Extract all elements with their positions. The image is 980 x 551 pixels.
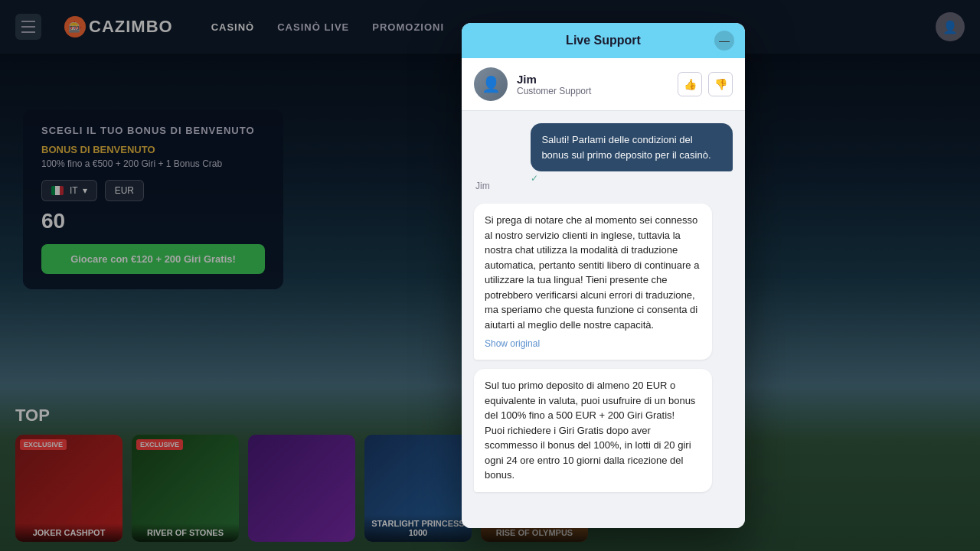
agent-info: Jim Customer Support [517, 73, 668, 96]
agent-bubble-1: Si prega di notare che al momento sei co… [474, 204, 712, 360]
chat-header-title: Live Support [566, 34, 641, 47]
user-message-1: Saluti! Parlami delle condizioni del bon… [474, 123, 733, 171]
agent-name: Jim [517, 73, 668, 86]
chat-header: Live Support — [462, 23, 745, 58]
close-icon: — [719, 34, 730, 47]
chat-modal: Live Support — 👤 Jim Customer Support 👍 … [462, 23, 745, 528]
thumbs-down-icon: 👎 [714, 78, 727, 90]
chat-messages: Saluti! Parlami delle condizioni del bon… [462, 111, 745, 528]
agent-message-text-2: Sul tuo primo deposito di almeno 20 EUR … [485, 380, 695, 481]
agent-bar: 👤 Jim Customer Support 👍 👎 [462, 58, 745, 111]
message-checkmark: ✓ [531, 171, 538, 185]
agent-message-label: Jim [474, 181, 733, 191]
thumbs-down-button[interactable]: 👎 [708, 72, 733, 96]
agent-role: Customer Support [517, 86, 668, 96]
thumbs-up-button[interactable]: 👍 [678, 72, 702, 96]
agent-avatar: 👤 [474, 67, 508, 101]
agent-bubble-2: Sul tuo primo deposito di almeno 20 EUR … [474, 369, 712, 492]
show-original-link[interactable]: Show original [485, 337, 701, 350]
agent-message-text-1: Si prega di notare che al momento sei co… [485, 214, 699, 331]
thumbs-up-icon: 👍 [684, 78, 697, 90]
chat-close-button[interactable]: — [714, 31, 734, 51]
user-message-text-1: Saluti! Parlami delle condizioni del bon… [541, 134, 710, 161]
user-bubble-1: Saluti! Parlami delle condizioni del bon… [531, 123, 733, 171]
agent-avatar-icon: 👤 [482, 75, 501, 93]
agent-feedback: 👍 👎 [678, 72, 733, 96]
